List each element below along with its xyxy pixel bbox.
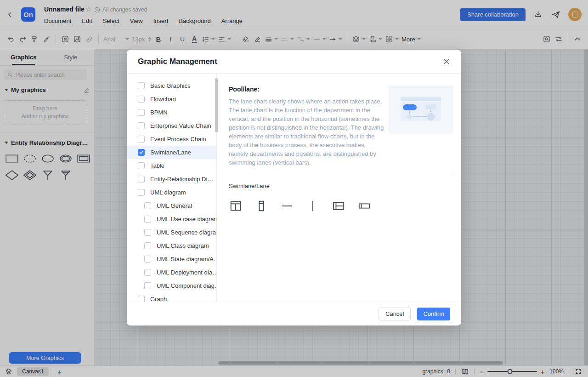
category-row-8[interactable]: UML diagram [127, 186, 216, 199]
checkbox-icon[interactable] [144, 216, 151, 223]
category-row-6[interactable]: Table [127, 159, 216, 172]
category-label: Entity-Relationship Di… [150, 176, 213, 183]
category-row-9[interactable]: UML General [127, 199, 216, 212]
confirm-button[interactable]: Confirm [417, 308, 450, 320]
checkbox-icon[interactable] [144, 269, 151, 276]
dialog-body: Basic GraphicsFlowchartBPMNEnterprise Va… [127, 74, 461, 302]
category-label: UML Use case diagram [157, 216, 217, 223]
shape-icon-row [229, 199, 453, 213]
category-label: Swimlane/Lane [150, 149, 191, 156]
category-label: Graph [150, 296, 167, 302]
vertical-line-icon[interactable] [306, 199, 320, 213]
detail-divider [228, 174, 453, 174]
category-label: Enterprise Value Chain [150, 122, 211, 129]
category-row-1[interactable]: Flowchart [127, 92, 216, 106]
checkbox-icon[interactable] [138, 82, 145, 89]
checkbox-icon[interactable] [144, 256, 151, 263]
category-label: UML diagram [150, 189, 186, 196]
dialog-title: Graphic Management [138, 57, 217, 66]
category-row-11[interactable]: UML Sequence diagra… [127, 226, 216, 239]
checkbox-icon[interactable] [144, 242, 151, 249]
category-row-14[interactable]: UML Deployment dia… [127, 266, 216, 279]
category-row-0[interactable]: Basic Graphics [127, 79, 216, 92]
category-row-3[interactable]: Enterprise Value Chain [127, 119, 216, 132]
category-label: Basic Graphics [150, 82, 190, 89]
category-label: UML Sequence diagra… [157, 229, 217, 236]
graphic-management-dialog: Graphic Management Basic GraphicsFlowcha… [127, 50, 461, 326]
category-row-7[interactable]: Entity-Relationship Di… [127, 172, 216, 186]
checkbox-icon[interactable] [138, 176, 145, 183]
modal-category-list: Basic GraphicsFlowchartBPMNEnterprise Va… [127, 74, 217, 302]
category-label: UML Class diagram [157, 242, 209, 249]
category-label: UML State diagram/A… [157, 256, 217, 263]
list-scrollbar-thumb[interactable] [215, 78, 218, 132]
detail-description: The lane chart clearly shows where an ac… [229, 97, 385, 167]
checkbox-icon[interactable] [138, 122, 145, 129]
checkbox-icon[interactable] [138, 136, 145, 143]
checkbox-checked-icon[interactable] [138, 149, 145, 156]
category-row-4[interactable]: Event Process Chain [127, 132, 216, 146]
category-row-10[interactable]: UML Use case diagram [127, 212, 216, 226]
category-detail-panel: Pool/lane: The lane chart clearly shows … [217, 74, 461, 302]
dialog-header: Graphic Management [127, 50, 461, 74]
category-row-13[interactable]: UML State diagram/A… [127, 252, 216, 266]
category-row-12[interactable]: UML Class diagram [127, 239, 216, 252]
checkbox-icon[interactable] [144, 229, 151, 236]
category-row-16[interactable]: Graph [127, 292, 216, 302]
checkbox-icon[interactable] [138, 109, 145, 116]
checkbox-icon[interactable] [138, 296, 145, 302]
cancel-button[interactable]: Cancel [379, 308, 411, 320]
checkbox-icon[interactable] [144, 202, 151, 209]
category-label: UML General [157, 202, 192, 209]
category-label: BPMN [150, 109, 168, 116]
checkbox-icon[interactable] [138, 162, 145, 169]
app-root: On Unnamed file ☆ All changes saved Docu… [0, 0, 588, 377]
close-icon[interactable] [441, 56, 452, 67]
category-label: Flowchart [150, 96, 176, 103]
checkbox-icon[interactable] [138, 189, 145, 196]
category-label: Table [150, 162, 164, 169]
category-label: UML Deployment dia… [157, 269, 217, 276]
vertical-lane-icon[interactable] [254, 199, 268, 213]
horizontal-line-icon[interactable] [280, 199, 294, 213]
checkbox-icon[interactable] [138, 96, 145, 103]
horizontal-lane-icon[interactable] [357, 199, 371, 213]
category-label: Event Process Chain [150, 136, 206, 143]
shape-section-title: Swimlane/Lane [229, 183, 453, 189]
detail-heading: Pool/lane: [229, 86, 385, 93]
category-label: UML Component diag… [157, 282, 217, 289]
dialog-footer: Cancel Confirm [127, 302, 461, 326]
category-row-15[interactable]: UML Component diag… [127, 279, 216, 292]
category-row-5[interactable]: Swimlane/Lane [127, 146, 216, 159]
horizontal-pool-icon[interactable] [332, 199, 345, 213]
category-preview-image [389, 86, 453, 133]
category-row-2[interactable]: BPMN [127, 106, 216, 119]
checkbox-icon[interactable] [144, 282, 151, 289]
vertical-pool-icon[interactable] [229, 199, 243, 213]
